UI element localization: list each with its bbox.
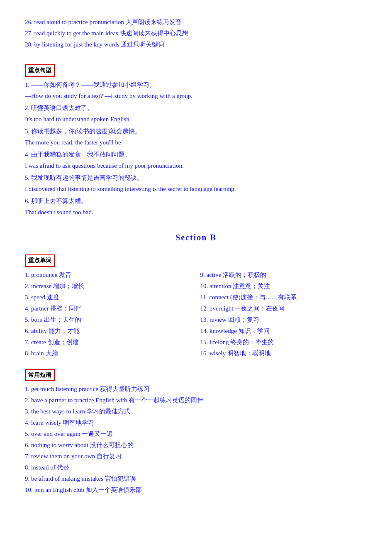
vocab-left-3: 4. partner 搭档；同伴	[25, 303, 192, 314]
vocab-right-0: 9. active 活跃的；积极的	[200, 269, 368, 281]
phrase-1: 2. have a partner to practice English wi…	[25, 395, 367, 406]
phrase-2: 3. the best ways to learn 学习的最佳方式	[25, 406, 367, 417]
phrase-8: 9. be afraid of making mistakes 害怕犯错误	[25, 473, 367, 484]
vocab-left-4: 5. born 出生；天生的	[25, 314, 192, 325]
sentence-item-4: 4. 由于我糟糕的发音，我不敢问问题。 I was afraid to ask …	[25, 149, 367, 171]
common-phrases-label: 常用短语	[25, 363, 367, 384]
intro-line-1: 26. read aloud to practice pronunciation…	[25, 17, 367, 28]
common-phrases-badge: 常用短语	[25, 369, 55, 381]
sentence-3-cn: 3. 你读书越多，你(读书的速度)就会越快。	[25, 126, 367, 137]
phrase-7: 8. instead of 代替	[25, 462, 367, 473]
vocab-left-0: 1. pronounce 发音	[25, 269, 192, 281]
sentence-item-5: 5. 我发现听有趣的事情是语言学习的秘诀。 I discovered that …	[25, 172, 367, 195]
vocab-right-5: 14. knowledge 知识；学问	[200, 325, 368, 337]
vocab-right-7: 16. wisely 明智地；聪明地	[200, 348, 368, 359]
sentence-1-en: —How do you study for a test? —I study b…	[25, 90, 367, 102]
intro-section: 26. read aloud to practice pronunciation…	[25, 17, 367, 50]
common-phrases-section: 常用短语 1. get much listening practice 获得大量…	[25, 363, 367, 496]
sentence-6-en: That doesn't sound too bad.	[25, 207, 367, 218]
sentence-6-cn: 6. 那听上去不算太糟。	[25, 196, 367, 207]
phrase-0: 1. get much listening practice 获得大量听力练习	[25, 384, 367, 395]
vocab-left-1: 2. increase 增加；增长	[25, 281, 192, 292]
sentence-2-cn: 2. 听懂英语口语太难了。	[25, 103, 367, 114]
intro-line-3: 28. by listening for just the key words …	[25, 39, 367, 50]
sentence-1-cn: 1. ——你如何备考？——我通过参加小组学习。	[25, 79, 367, 90]
phrase-5: 6. nothing to worry about 没什么可担心的	[25, 440, 367, 451]
vocab-left-7: 8. brain 大脑	[25, 348, 192, 359]
vocab-left-2: 3. speed 速度	[25, 292, 192, 303]
phrase-3: 4. learn wisely 明智地学习	[25, 417, 367, 428]
vocab-left-6: 7. create 创造；创建	[25, 337, 192, 348]
key-words-badge: 重点单词	[25, 254, 55, 267]
intro-line-2: 27. read quickly to get the main ideas 快…	[25, 28, 367, 39]
vocab-grid: 1. pronounce 发音 2. increase 增加；增长 3. spe…	[25, 269, 367, 359]
vocab-right-6: 15. lifelong 终身的；毕生的	[200, 337, 368, 348]
sentence-3-en: The more you read, the faster you'll be.	[25, 137, 367, 148]
vocab-right-2: 11. connect (使)连接；与……有联系	[200, 292, 368, 303]
phrase-6: 7. review them on your own 自行复习	[25, 451, 367, 462]
phrase-4: 5. over and over again 一遍又一遍	[25, 428, 367, 440]
sentence-2-en: It's too hard to understand spoken Engli…	[25, 114, 367, 125]
vocab-right-1: 10. attention 注意意；关注	[200, 281, 368, 292]
key-sentences-label: 重点句型	[25, 59, 367, 79]
sentence-4-en: I was afraid to ask questions because of…	[25, 160, 367, 171]
sentence-5-en: I discovered that listening to something…	[25, 183, 367, 195]
key-words-label: 重点单词	[25, 249, 367, 269]
sentence-item-2: 2. 听懂英语口语太难了。 It's too hard to understan…	[25, 103, 367, 125]
sentence-item-3: 3. 你读书越多，你(读书的速度)就会越快。 The more you read…	[25, 126, 367, 148]
vocab-left-col: 1. pronounce 发音 2. increase 增加；增长 3. spe…	[25, 269, 192, 359]
section-b-title: Section B	[25, 230, 367, 244]
vocab-right-4: 13. review 回顾；复习	[200, 314, 368, 325]
sentence-item-1: 1. ——你如何备考？——我通过参加小组学习。 —How do you stud…	[25, 79, 367, 102]
vocab-right-3: 12. overnight 一夜之间；在夜间	[200, 303, 368, 314]
key-words-section: 重点单词 1. pronounce 发音 2. increase 增加；增长 3…	[25, 249, 367, 359]
sentence-5-cn: 5. 我发现听有趣的事情是语言学习的秘诀。	[25, 172, 367, 183]
sentence-item-6: 6. 那听上去不算太糟。 That doesn't sound too bad.	[25, 196, 367, 218]
sentence-4-cn: 4. 由于我糟糕的发音，我不敢问问题。	[25, 149, 367, 160]
vocab-left-5: 6. ability 能力；才能	[25, 325, 192, 337]
phrase-9: 10. join an English club 加入一个英语俱乐部	[25, 484, 367, 496]
key-sentences-badge: 重点句型	[25, 64, 55, 77]
key-sentences-section: 重点句型 1. ——你如何备考？——我通过参加小组学习。 —How do you…	[25, 59, 367, 218]
vocab-right-col: 9. active 活跃的；积极的 10. attention 注意意；关注 1…	[200, 269, 368, 359]
